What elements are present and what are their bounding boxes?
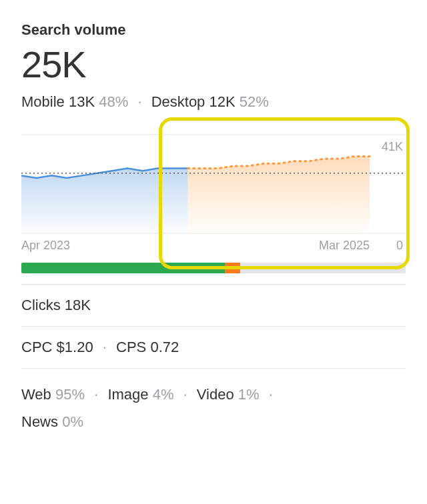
clicks-value: 18K bbox=[65, 297, 91, 313]
serp-breakdown-row: Web 95% · Image 4% · Video 1% · News 0% bbox=[21, 368, 406, 449]
section-title: Search volume bbox=[21, 21, 406, 39]
desktop-pct: 52% bbox=[240, 93, 269, 110]
clicks-row: Clicks 18K bbox=[21, 284, 406, 326]
chart-svg: 41K0Apr 2023Mar 2025 bbox=[21, 121, 406, 255]
difficulty-bar-orange bbox=[225, 263, 240, 273]
desktop-value: 12K bbox=[209, 93, 235, 110]
clicks-label: Clicks bbox=[21, 297, 61, 313]
difficulty-bar-green bbox=[21, 263, 225, 273]
svg-text:41K: 41K bbox=[382, 140, 403, 153]
image-label: Image bbox=[107, 386, 148, 403]
svg-text:Mar 2025: Mar 2025 bbox=[319, 239, 370, 252]
web-pct: 95% bbox=[55, 386, 85, 403]
svg-text:0: 0 bbox=[396, 239, 403, 252]
desktop-label: Desktop bbox=[151, 93, 205, 110]
separator-dot: · bbox=[137, 93, 141, 110]
mobile-label: Mobile bbox=[21, 93, 65, 110]
video-pct: 1% bbox=[238, 386, 260, 403]
video-label: Video bbox=[197, 386, 234, 403]
svg-text:Apr 2023: Apr 2023 bbox=[21, 239, 70, 252]
mobile-pct: 48% bbox=[99, 93, 128, 110]
difficulty-bar bbox=[21, 263, 406, 273]
cpc-value: $1.20 bbox=[57, 339, 93, 355]
image-pct: 4% bbox=[153, 386, 174, 403]
separator-dot: · bbox=[94, 386, 98, 403]
separator-dot: · bbox=[183, 386, 187, 403]
separator-dot: · bbox=[103, 339, 107, 355]
cps-label: CPS bbox=[116, 339, 146, 355]
cpc-cps-row: CPC $1.20 · CPS 0.72 bbox=[21, 326, 406, 368]
web-label: Web bbox=[21, 386, 51, 403]
news-pct: 0% bbox=[62, 413, 83, 430]
mobile-value: 13K bbox=[69, 93, 95, 110]
news-label: News bbox=[21, 413, 58, 430]
search-volume-total: 25K bbox=[21, 44, 406, 85]
separator-dot: · bbox=[269, 386, 273, 403]
cpc-label: CPC bbox=[21, 339, 52, 355]
volume-chart: 41K0Apr 2023Mar 2025 bbox=[21, 121, 406, 255]
cps-value: 0.72 bbox=[150, 339, 179, 355]
device-breakdown: Mobile 13K 48% · Desktop 12K 52% bbox=[21, 93, 406, 111]
